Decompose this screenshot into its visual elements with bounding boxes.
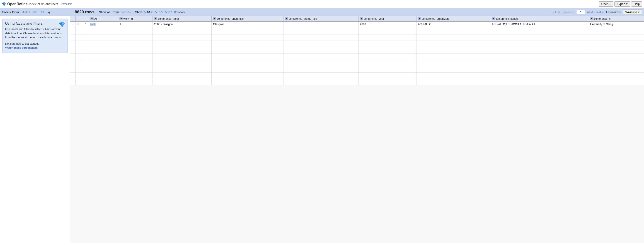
conference_label-dropdown-arrow[interactable]: ▼ [154, 17, 157, 20]
conference_short_title-dropdown-arrow[interactable]: ▼ [213, 17, 216, 20]
cell-conf-series-empty [490, 72, 589, 79]
conference_organizers-dropdown-arrow[interactable]: ▼ [418, 17, 421, 20]
cell-conference_theme_title [284, 22, 358, 28]
col-conference_series-label: conference_series [496, 17, 518, 20]
star-cell-empty [70, 28, 76, 34]
cell-conf-h-empty [589, 79, 644, 85]
flag-cell-empty [76, 47, 81, 53]
cell-conf-series-empty [490, 28, 589, 34]
help-button[interactable]: Help [631, 1, 642, 6]
cell-conf-org-empty [416, 72, 490, 79]
open-button[interactable]: Open... [599, 1, 614, 6]
show-100[interactable]: 100 [159, 10, 164, 14]
star-cell[interactable]: ☆ [70, 22, 76, 28]
star-cell-empty [70, 34, 76, 40]
star-cell-empty [70, 53, 76, 60]
facet-panel-hint: Not sure how to get started? Watch these… [5, 42, 65, 50]
page-number-input[interactable] [576, 10, 585, 14]
show-10[interactable]: 10 [147, 10, 150, 14]
permalink-link[interactable]: Permalink [60, 2, 72, 6]
table-row: ☆ ⚑ 1. edit 1 2000 - Glasgow Glasgow 200… [70, 22, 644, 28]
cell-conf-org-empty [416, 79, 490, 85]
collapse-sidebar-button[interactable]: ◀ [47, 10, 51, 14]
topbar-logo: OpenRefine [2, 2, 28, 6]
cell-work_id-empty [118, 47, 153, 53]
cell-conf-short-empty [212, 66, 284, 72]
cell-edit-empty [89, 79, 118, 85]
prev-page-link[interactable]: ‹ previous [562, 10, 574, 14]
row-number: 1. [81, 22, 89, 28]
cell-conf-theme-empty [284, 47, 358, 53]
openrefine-logo-icon [2, 2, 6, 6]
show-500[interactable]: 500 [165, 10, 170, 14]
cell-conf-year-empty [358, 28, 416, 34]
col-conference_label-label: conference_label [158, 17, 178, 20]
flag-cell-empty [76, 72, 81, 79]
topbar-right: Open... Export ▾ Help [599, 1, 642, 6]
star-cell-empty [70, 60, 76, 66]
cell-conf-series-empty [490, 66, 589, 72]
export-button[interactable]: Export ▾ [614, 1, 630, 6]
cell-work_id-empty [118, 72, 153, 79]
screencasts-link[interactable]: Watch these screencasts [5, 46, 38, 50]
data-grid-container: ▼ All ▼ work_id ▼ conference_label [70, 16, 644, 243]
cell-conference_series: ACH/ALLC;ACH/ICCH;ALLC/EADH [490, 22, 589, 28]
show-25[interactable]: 25 [151, 10, 154, 14]
table-row-empty [70, 79, 644, 85]
edit-button[interactable]: edit [90, 23, 96, 26]
flag-cell-empty [76, 60, 81, 66]
secondbar: Facet / Filter Undo / Redo 0 / 0 ◀ 8820 … [0, 8, 644, 16]
cell-work_id-empty [118, 40, 153, 47]
show-as-rows[interactable]: rows [112, 10, 120, 14]
flag-cell[interactable]: ⚑ [76, 22, 81, 28]
cell-conf-theme-empty [284, 66, 358, 72]
cell-conf-year-empty [358, 40, 416, 47]
star-cell-empty [70, 72, 76, 79]
rows-header: 8820 rows Show as: rows records Show: 5 … [72, 10, 553, 14]
last-page-link[interactable]: last » [596, 10, 604, 14]
conference_series-dropdown-arrow[interactable]: ▼ [492, 17, 495, 20]
cell-conf-year-empty [358, 79, 416, 85]
all-dropdown-arrow[interactable]: ▼ [90, 17, 94, 20]
work_id-dropdown-arrow[interactable]: ▼ [120, 17, 122, 20]
cell-conf-series-empty [490, 79, 589, 85]
show-1000[interactable]: 1000 [171, 10, 178, 14]
cell-edit-empty [89, 66, 118, 72]
next-page-link[interactable]: next › [587, 10, 594, 14]
wikibase-button[interactable]: Wikibase ▾ [623, 10, 642, 15]
cell-conf-theme-empty [284, 60, 358, 66]
conference_year-dropdown-arrow[interactable]: ▼ [360, 17, 363, 20]
rows-count: 8820 rows [75, 10, 94, 14]
cell-conf-series-empty [490, 53, 589, 60]
star-cell-empty [70, 47, 76, 53]
col-header-conference_year: ▼ conference_year [358, 16, 416, 22]
cell-conference_organizers: ACH;ALLC [416, 22, 490, 28]
cell-conf-short-empty [212, 47, 284, 53]
row-number-empty [81, 53, 89, 60]
col-header-conference_short_title: ▼ conference_short_title [212, 16, 284, 22]
undo-redo-link[interactable]: Undo / Redo 0 / 0 [22, 11, 44, 14]
cell-conf-label-empty [153, 79, 212, 85]
cell-conf-theme-empty [284, 28, 358, 34]
cell-conf-label-empty [153, 28, 212, 34]
conference_h-dropdown-arrow[interactable]: ▼ [590, 17, 594, 20]
show-as-records[interactable]: records [121, 10, 130, 14]
cell-conf-h-empty [589, 53, 644, 60]
conference_theme_title-dropdown-arrow[interactable]: ▼ [285, 17, 288, 20]
cell-conf-org-empty [416, 47, 490, 53]
cell-work_id-empty [118, 34, 153, 40]
cell-conf-short-empty [212, 40, 284, 47]
cell-work_id-empty [118, 79, 153, 85]
row-number-empty [81, 66, 89, 72]
rows-suffix-label: rows [178, 10, 184, 14]
cell-conf-label-empty [153, 47, 212, 53]
flag-cell-empty [76, 53, 81, 60]
first-page-link[interactable]: « first [553, 10, 560, 14]
show-5[interactable]: 5 [144, 10, 146, 14]
header-row: ▼ All ▼ work_id ▼ conference_label [70, 16, 644, 22]
star-icon[interactable]: ☆ [72, 23, 74, 26]
flag-icon[interactable]: ⚑ [77, 23, 80, 26]
show-50[interactable]: 50 [155, 10, 158, 14]
cell-conference_label: 2000 - Glasgow [153, 22, 212, 28]
cell-conf-label-empty [153, 66, 212, 72]
